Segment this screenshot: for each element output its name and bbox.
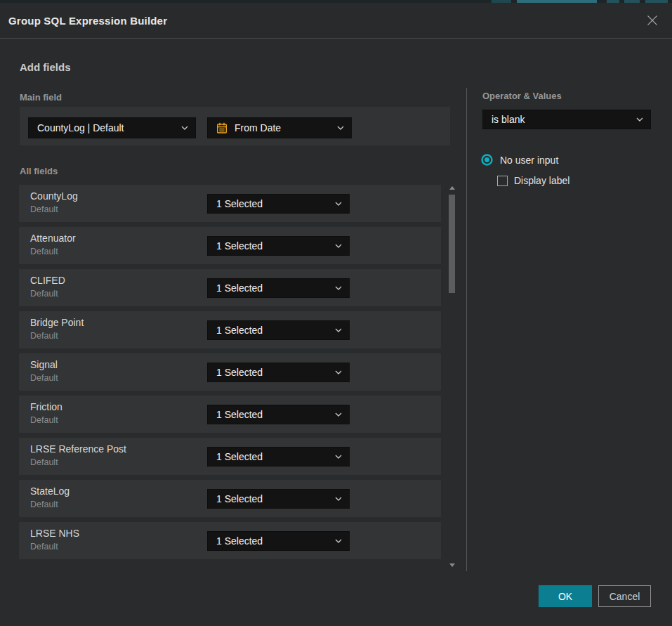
field-name: Bridge Point — [30, 317, 84, 328]
field-selection-select[interactable]: 1 Selected — [207, 194, 350, 214]
scroll-up-arrow-icon[interactable] — [449, 186, 455, 190]
main-field-field-value: From Date — [235, 122, 281, 133]
group-sql-expression-builder-dialog: Group SQL Expression Builder Add fields … — [0, 3, 672, 626]
field-row: Friction Default 1 Selected — [19, 396, 441, 433]
fields-scrollbar[interactable] — [449, 183, 456, 568]
all-fields-list: CountyLog Default 1 Selected Attenuator … — [19, 185, 441, 564]
field-name: Attenuator — [30, 233, 76, 244]
field-row: StateLog Default 1 Selected — [19, 480, 441, 517]
chevron-down-icon — [335, 370, 342, 374]
field-name: CLIFED — [30, 275, 65, 286]
chevron-down-icon — [335, 328, 342, 332]
scrollbar-thumb[interactable] — [449, 195, 455, 293]
cancel-button[interactable]: Cancel — [598, 585, 651, 607]
field-row: Attenuator Default 1 Selected — [19, 227, 441, 264]
chevron-down-icon — [335, 244, 342, 248]
field-subtitle: Default — [30, 247, 58, 256]
field-selection-select[interactable]: 1 Selected — [207, 405, 350, 424]
field-name: Friction — [30, 401, 62, 412]
field-selection-value: 1 Selected — [216, 240, 263, 252]
add-fields-heading: Add fields — [20, 61, 71, 73]
field-row: CLIFED Default 1 Selected — [19, 269, 441, 306]
field-name: LRSE Reference Post — [30, 443, 126, 455]
field-name: LRSE NHS — [30, 528, 79, 539]
field-selection-select[interactable]: 1 Selected — [207, 236, 350, 256]
operator-select[interactable]: is blank — [482, 110, 651, 129]
field-subtitle: Default — [30, 500, 58, 509]
chevron-down-icon — [181, 126, 188, 130]
main-field-container: CountyLog | Default From Date — [20, 107, 450, 145]
field-selection-select[interactable]: 1 Selected — [207, 363, 350, 382]
field-row: LRSE Reference Post Default 1 Selected — [19, 438, 441, 475]
radio-selected-icon — [481, 154, 493, 166]
main-field-source-select[interactable]: CountyLog | Default — [28, 117, 196, 138]
field-row: CountyLog Default 1 Selected — [19, 185, 441, 222]
panel-divider — [466, 88, 467, 571]
field-selection-value: 1 Selected — [216, 493, 263, 504]
field-name: Signal — [30, 359, 58, 370]
field-selection-value: 1 Selected — [216, 282, 263, 294]
field-selection-value: 1 Selected — [216, 451, 263, 462]
chevron-down-icon — [337, 126, 344, 130]
display-label-checkbox-row[interactable]: Display label — [497, 175, 569, 186]
dialog-title: Group SQL Expression Builder — [8, 15, 167, 27]
no-user-input-radio[interactable]: No user input — [481, 154, 558, 166]
main-field-field-select[interactable]: From Date — [207, 117, 352, 138]
field-selection-value: 1 Selected — [216, 367, 263, 378]
operator-value: is blank — [492, 114, 525, 125]
chevron-down-icon — [335, 286, 342, 290]
field-selection-value: 1 Selected — [216, 535, 263, 547]
field-selection-select[interactable]: 1 Selected — [207, 447, 350, 467]
field-selection-select[interactable]: 1 Selected — [207, 320, 350, 340]
field-subtitle: Default — [30, 415, 58, 425]
field-row: Signal Default 1 Selected — [19, 353, 441, 391]
close-icon — [647, 15, 658, 26]
field-selection-select[interactable]: 1 Selected — [207, 278, 350, 298]
close-button[interactable] — [644, 12, 661, 29]
field-subtitle: Default — [30, 373, 58, 383]
field-row: LRSE NHS Default 1 Selected — [19, 522, 441, 559]
operator-values-heading: Operator & Values — [482, 91, 562, 101]
field-selection-value: 1 Selected — [216, 198, 263, 209]
chevron-down-icon — [335, 202, 342, 206]
display-label-label: Display label — [514, 175, 569, 186]
chevron-down-icon — [636, 117, 643, 122]
field-subtitle: Default — [30, 331, 58, 341]
calendar-icon — [216, 122, 228, 134]
dialog-titlebar: Group SQL Expression Builder — [0, 3, 672, 39]
checkbox-unchecked-icon[interactable] — [497, 176, 508, 186]
field-name: StateLog — [30, 485, 70, 497]
field-selection-select[interactable]: 1 Selected — [207, 531, 350, 551]
all-fields-label: All fields — [20, 166, 58, 176]
chevron-down-icon — [335, 539, 342, 543]
scroll-down-arrow-icon[interactable] — [449, 563, 455, 567]
field-subtitle: Default — [30, 204, 58, 214]
field-row: Bridge Point Default 1 Selected — [19, 311, 441, 348]
field-subtitle: Default — [30, 457, 58, 467]
main-field-source-value: CountyLog | Default — [37, 122, 124, 133]
main-field-label: Main field — [20, 92, 62, 103]
ok-button[interactable]: OK — [539, 585, 592, 607]
chevron-down-icon — [335, 497, 342, 501]
field-selection-value: 1 Selected — [216, 325, 263, 336]
chevron-down-icon — [335, 412, 342, 417]
field-selection-value: 1 Selected — [216, 409, 263, 420]
field-selection-select[interactable]: 1 Selected — [207, 489, 350, 509]
field-subtitle: Default — [30, 542, 58, 552]
no-user-input-label: No user input — [500, 155, 558, 166]
chevron-down-icon — [335, 455, 342, 459]
field-subtitle: Default — [30, 289, 58, 299]
field-name: CountyLog — [30, 190, 78, 202]
